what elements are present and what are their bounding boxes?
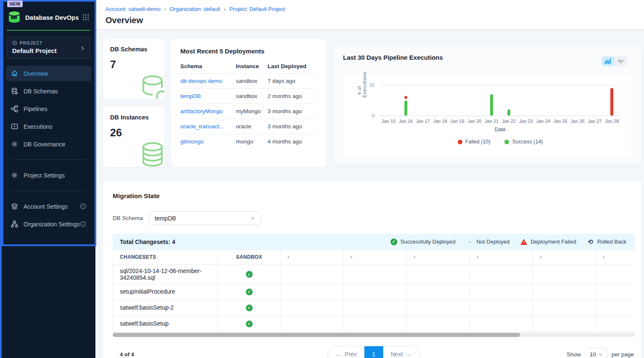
horizontal-scrollbar — [113, 333, 635, 337]
page-number-button[interactable]: 1 — [364, 346, 383, 358]
layers-icon — [11, 203, 18, 210]
sandbox-status-cell: ✓ — [218, 284, 281, 300]
last-deployed-cell: 2 months ago — [267, 89, 317, 104]
chart-plot-area: # of Executions Date Failed (10)Success … — [343, 74, 631, 158]
new-badge: NEW — [7, 0, 23, 7]
empty-status-cell — [596, 284, 635, 300]
changeset-name-cell: sql/2024-10-14-12-06-member-34240854.sql — [113, 265, 218, 284]
deployment-row: tempDBsandbox2 months ago — [180, 89, 317, 104]
instance-cell: sandbox — [236, 74, 268, 89]
x-tick-label: Jan 18 — [432, 119, 449, 124]
page-size-select[interactable]: 10 — [585, 348, 607, 358]
empty-status-cell — [281, 300, 344, 316]
db-schema-select[interactable]: tempDB — [149, 211, 261, 225]
database-devops-logo-icon — [7, 10, 22, 24]
schema-link[interactable]: artifactoryMongo — [180, 108, 223, 114]
stat-title: DB Instances — [110, 114, 164, 121]
success-bar[interactable] — [490, 94, 493, 116]
schema-link[interactable]: gitmongo — [180, 138, 204, 145]
failed-bar[interactable] — [404, 96, 407, 99]
changesets-section: Total Changesets: 4 ✓Successfully Deploy… — [113, 234, 635, 358]
sidebar-green-divider — [7, 30, 90, 31]
breadcrumb-link[interactable]: Project: Default Project — [230, 6, 285, 12]
instance-cell: oracle — [236, 119, 268, 134]
x-tick-label: Jan 27 — [586, 119, 603, 124]
apps-grid-icon[interactable] — [82, 13, 90, 21]
sidebar-item-overview[interactable]: Overview — [6, 66, 91, 81]
empty-status-cell — [407, 284, 470, 300]
breadcrumb-link[interactable]: Account: satwell-demo — [106, 6, 161, 12]
db-schema-row: DB Schema tempDB — [113, 211, 641, 225]
empty-status-cell — [407, 300, 470, 316]
changeset-row: satwell:basisSetup✓ — [113, 316, 635, 331]
pipeline-icon — [11, 105, 18, 112]
legend-label: Failed (10) — [465, 139, 491, 145]
breadcrumb-link[interactable]: Organization: default — [170, 6, 220, 12]
changeset-row: setupInitialProcedure✓ — [113, 284, 635, 300]
chevron-down-icon — [598, 352, 603, 357]
sidebar-item-account-settings[interactable]: Account Settings — [6, 199, 91, 214]
changeset-name-cell: satwell:basisSetup-2 — [113, 300, 218, 316]
arrow-right-icon: → — [406, 351, 412, 358]
chevron-right-icon — [79, 45, 85, 51]
empty-status-cell — [533, 265, 596, 284]
bar-chart-icon[interactable] — [602, 56, 614, 66]
success-bar[interactable] — [404, 101, 407, 116]
line-chart-icon[interactable] — [614, 56, 627, 66]
play-screen-icon — [11, 123, 18, 130]
status-legend: ✓Successfully Deployed–Not DeployedDeplo… — [391, 239, 626, 245]
changesets-table: CHANGESETSSANDBOX------ sql/2024-10-14-1… — [113, 250, 635, 332]
deployment-row: db devops demosandbox7 days ago — [180, 74, 317, 89]
sidebar-item-organization-settings[interactable]: Organization Settings — [6, 216, 91, 232]
sidebar-item-label: DB Governance — [24, 141, 86, 148]
legend-label: Success (14) — [512, 139, 543, 145]
stat-value: 7 — [110, 58, 164, 71]
chart-gridline — [380, 85, 620, 85]
info-icon[interactable] — [80, 221, 86, 227]
empty-status-cell — [596, 265, 635, 284]
db-schema-selected-value: tempDB — [155, 215, 176, 222]
recent-deployments-card: Most Recent 5 Deployments SchemaInstance… — [171, 39, 326, 167]
chart-legend-item: Failed (10) — [458, 139, 491, 145]
stat-value: 26 — [110, 127, 164, 139]
gear-icon — [11, 141, 18, 148]
deployment-row: artifactoryMongomyMongo3 months ago — [180, 104, 317, 119]
prev-page-button[interactable]: ← Prev — [328, 346, 364, 358]
info-icon[interactable] — [80, 203, 86, 209]
check-circle-icon: ✓ — [246, 271, 253, 278]
x-tick-label: Jan 26 — [569, 119, 586, 124]
success-bar[interactable] — [507, 109, 510, 116]
x-tick-label: Jan 22 — [500, 119, 517, 124]
sidebar-item-pipelines[interactable]: Pipelines — [6, 101, 91, 117]
migration-state-panel: Migration State DB Schema tempDB Total C… — [103, 182, 641, 358]
sidebar-item-db-schemas[interactable]: DB Schemas — [6, 83, 91, 99]
last-deployed-cell: 7 days ago — [267, 74, 317, 89]
changesets-header-bar: Total Changesets: 4 ✓Successfully Deploy… — [113, 234, 635, 249]
changeset-name-cell: satwell:basisSetup — [113, 316, 218, 331]
arrow-left-icon: ← — [336, 351, 342, 358]
nav-divider — [11, 159, 86, 160]
instance-cell: sandbox — [236, 89, 268, 104]
schema-link[interactable]: tempDB — [180, 93, 201, 99]
status-legend-label: Rolled Back — [597, 239, 626, 245]
x-axis-title: Date — [380, 127, 620, 133]
sandbox-status-cell: ✓ — [218, 300, 281, 316]
sidebar-item-executions[interactable]: Executions — [6, 119, 91, 134]
last-deployed-cell: 3 months ago — [267, 119, 317, 134]
scrollbar-thumb[interactable] — [113, 333, 520, 337]
chart-title: Last 30 Days Pipeline Executions — [343, 54, 632, 61]
chart-legend: Failed (10)Success (14) — [380, 139, 620, 145]
empty-status-cell — [533, 284, 596, 300]
project-selector[interactable]: PROJECT Default Project — [7, 37, 90, 59]
changesets-column-header: - — [344, 250, 407, 265]
sidebar-item-project-settings[interactable]: Project Settings — [6, 167, 91, 183]
sidebar-item-label: Executions — [24, 123, 86, 130]
schema-link[interactable]: db devops demo — [180, 78, 222, 84]
db-schema-label: DB Schema — [113, 215, 143, 221]
empty-status-cell — [470, 284, 533, 300]
failed-bar[interactable] — [610, 88, 613, 116]
next-page-button[interactable]: Next → — [383, 346, 420, 358]
changeset-row: satwell:basisSetup-2✓ — [113, 300, 635, 316]
sidebar-item-db-governance[interactable]: DB Governance — [6, 136, 91, 152]
schema-link[interactable]: oracle_transact... — [180, 123, 224, 130]
